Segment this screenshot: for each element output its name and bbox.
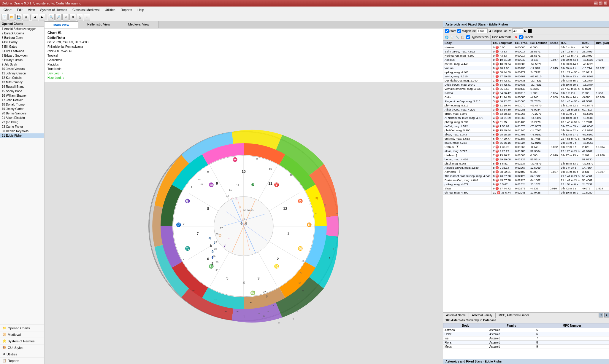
col-ecl-longitude[interactable]: Ecl. Longitude	[492, 41, 514, 45]
tab-medieval-view[interactable]: Medieval View	[119, 21, 158, 28]
hide-asteroids-button[interactable]: Hide Asteroids	[490, 35, 513, 39]
menu-edit[interactable]: Edit	[15, 7, 25, 12]
chart-item-16[interactable]: 16 William Shatner	[0, 93, 44, 98]
table-row[interactable]: Alagemin etCep, mag: 3.4103 ♈ 40 12.870.…	[443, 99, 609, 103]
table-row[interactable]: Vernalis omePsc, mag: 4.0361 ♈ 35 8.560.…	[443, 87, 609, 91]
chart-item-7[interactable]: 7 Edward Snowden	[0, 53, 44, 58]
fam-col-mpc[interactable]: MPC Number	[535, 323, 609, 328]
close-button[interactable]: ✕	[604, 1, 607, 5]
col-dist[interactable]: Dist. (AU)	[595, 41, 609, 45]
magnitude-checkbox[interactable]	[457, 29, 461, 33]
table-row[interactable]: Ceto3 ♈ 11 14.290.00885-4.746-0.0090 h 1…	[443, 95, 609, 99]
chart-item-14[interactable]: 14 Russell Brand	[0, 84, 44, 89]
table-row[interactable]: Karma2 ♈ 34 26.470.007151.609-0.0340 h 6…	[443, 91, 609, 95]
stars-checkbox-label[interactable]: Stars	[445, 29, 456, 33]
table-row[interactable]: Aikdr thCep, mag: 4.2203 ♈ 53 54.300.010…	[443, 108, 609, 112]
chart-item-6[interactable]: 6 Clint Eastwood	[0, 49, 44, 53]
back-button[interactable]: ◀	[32, 14, 38, 20]
table-row[interactable]: Uranus - ♅7 ♈ 4 32.750.01965-0.745-0.022…	[443, 145, 609, 149]
stars-checkbox[interactable]	[445, 29, 449, 33]
list-item[interactable]: MetisAsteroid9	[443, 345, 609, 349]
chart-item-23[interactable]: 23 Carrie Fisher	[0, 124, 44, 129]
chart-item-17[interactable]: 17 John Denver	[0, 98, 44, 102]
table-row[interactable]: Kerb taPeg, mag: 4.5920 ♈ 43.830.0001725…	[443, 54, 609, 58]
table-row[interactable]: Al Nitham ph-1Cet, mag: 4.7754 ♈ 53 21.0…	[443, 116, 609, 120]
table-row[interactable]: Hades - ⚷7 ♈ 13 16.710.020060.000-0.0100…	[443, 153, 609, 157]
tab-hellenistic-view[interactable]: Hellenistic View	[78, 21, 119, 28]
x-icon[interactable]: ✕	[515, 36, 517, 39]
table-row[interactable]: Difda beCet, mag: 2.0401 ♈ 34 42.410.004…	[443, 83, 609, 87]
magnitude-checkbox-label[interactable]: Magnitude	[457, 29, 476, 33]
open-button[interactable]: 📂	[8, 14, 15, 20]
toolbar2-icon1[interactable]: 🌐	[445, 36, 448, 39]
table-row[interactable]: Algenib gaPeg, mag: 2.8308 ♈ 9 38.140.02…	[443, 166, 609, 170]
table-row[interactable]: omiAnd, mag: 3.6336 ♈ 47 29.770.0188743.…	[443, 137, 609, 141]
forward-button[interactable]: ▶	[39, 14, 45, 20]
color-button[interactable]	[528, 29, 532, 33]
table-row[interactable]: Erakis muCep, mag: 4.0408 ♈ 43 57.780.02…	[443, 178, 609, 182]
chart-item-31[interactable]: 31 Eddie Fisher	[0, 133, 44, 138]
menu-view[interactable]: View	[26, 7, 37, 12]
chart-item-8[interactable]: 8 Hillary Clinton	[0, 58, 44, 62]
chart-item-21[interactable]: 21 Albert Einstein	[0, 116, 44, 120]
menu-utilities[interactable]: Utilities	[102, 7, 118, 12]
sidebar-item-medieval[interactable]: 📜 Medieval	[0, 331, 44, 338]
tab-asteroid-family[interactable]: Asteroid Family	[469, 313, 496, 318]
table-row[interactable]: Asbolus0 ♈ 10 31.200.00049-3.347-0.0470 …	[443, 58, 609, 62]
transit-button[interactable]: ☉	[84, 14, 90, 20]
col-ecl-frac[interactable]: Ecl. Frac.	[514, 41, 529, 45]
col-body[interactable]: Body	[443, 41, 492, 45]
table-row[interactable]: Siwa9 ♈ 37 44.720.02675-4.2360.0100 h 42…	[443, 186, 609, 191]
chart-item-2[interactable]: 2 Barack Obama	[0, 31, 44, 36]
sidebar-item-utilities[interactable]: ⚙ Utilities	[0, 351, 44, 357]
table-row[interactable]: kaEri, mag: 4.2346 ♈ 55 36.160.01924-57.…	[443, 141, 609, 145]
settings-button[interactable]: ⚙	[69, 14, 76, 20]
table-row[interactable]: Diphda beCet, mag: 2.0401 ♈ 34 42.410.00…	[443, 79, 609, 83]
tab-main-view[interactable]: Main View	[45, 21, 78, 28]
chart-item-10[interactable]: 10 Jesse Ventura	[0, 67, 44, 71]
table-row[interactable]: phPeg, mag: 5.0965 ♈ 51 250.0143518.2279…	[443, 120, 609, 124]
toolbar2-icon4[interactable]: 📋	[461, 36, 464, 39]
menu-help[interactable]: Help	[135, 7, 147, 12]
table-row[interactable]: phPhe, mag: 5.1123 ♈ 51 10.740.01070-49.…	[443, 103, 609, 108]
table-row[interactable]: alLac, mag: 3.7777 ♈ 9 23.220.0198852.38…	[443, 149, 609, 153]
ecliptic-lat-arrow-right[interactable]: ▶	[524, 29, 526, 33]
window-controls[interactable]: ─ □ ✕	[594, 1, 607, 5]
list-item[interactable]: FloraAsteroid8	[443, 341, 609, 345]
rotate-button[interactable]: ↺	[62, 14, 69, 20]
toolbar2-icon2[interactable]: 📊	[450, 36, 454, 39]
table-row[interactable]: chPeg, mag: 4.80010 ♈ 36 6.740.0294517.0…	[443, 191, 609, 195]
new-chart-button[interactable]: 📄	[1, 14, 8, 20]
hypotheticals-checkbox[interactable]	[466, 35, 470, 39]
chart-item-15[interactable]: 15 Sonny Bono	[0, 89, 44, 93]
chart-item-1[interactable]: 1 Arnold Schwarzenegger	[0, 27, 44, 31]
save-button[interactable]: 💾	[15, 14, 22, 20]
chart-item-11[interactable]: 11 Johnny Carson	[0, 71, 44, 76]
ecliptic-lat-input[interactable]	[512, 28, 523, 33]
family-table-container[interactable]: Body Family MPC Number AstraeaAsteroid5H…	[443, 323, 609, 359]
sidebar-item-gui-styles[interactable]: 🎨 GUI Styles	[0, 344, 44, 351]
table-row[interactable]: beLac, mag: 4.4307 ♈ 39 19.080.0212655.5…	[443, 157, 609, 162]
zoom-out-button[interactable]: 🔎	[55, 14, 62, 20]
chart-item-4[interactable]: 4 Bill Cosby	[0, 40, 44, 44]
list-item[interactable]: IrisAsteroid7	[443, 336, 609, 341]
table-row[interactable]: Admetos - ♇8 ♈ 38 52.810.024020.000-0.00…	[443, 170, 609, 174]
col-ra[interactable]: R.A.	[559, 41, 581, 45]
chart-item-20[interactable]: 20 Bernie Sanders	[0, 111, 44, 116]
table-row[interactable]: The Garnet Star muCep, mag: 4.0408 ♈ 43 …	[443, 174, 609, 178]
table-row[interactable]: upPeg, mag: 4.4000 ♈ 58 44.390.0027224.7…	[443, 70, 609, 74]
toolbar2-icon3[interactable]: 🔧	[456, 36, 459, 39]
planets-checkbox-label[interactable]: Planets	[519, 35, 533, 39]
table-row[interactable]: psPeg, mag: 4.6719 ♈ 5 5.670.0252423.157…	[443, 182, 609, 186]
list-item[interactable]: HebeAsteroid6	[443, 332, 609, 336]
chart-item-9[interactable]: 9 Jeb Bush	[0, 62, 44, 67]
chart-item-18[interactable]: 18 Donald Trump	[0, 102, 44, 107]
fam-col-family[interactable]: Family	[488, 323, 535, 328]
magnitude-input[interactable]	[477, 28, 488, 33]
magnitude-arrow-left[interactable]: ◀	[489, 29, 491, 33]
table-row[interactable]: Salm taPeg, mag: 4.5920 ♈ 43.830.0001725…	[443, 50, 609, 54]
chart-item-30[interactable]: 30 Debbie Reynolds	[0, 129, 44, 133]
chart-item-13[interactable]: 13 Mitt Romney	[0, 80, 44, 84]
zoom-in-button[interactable]: 🔍	[48, 14, 55, 20]
tab-mpc-number[interactable]: MPC, Asteroid Number	[496, 313, 532, 318]
